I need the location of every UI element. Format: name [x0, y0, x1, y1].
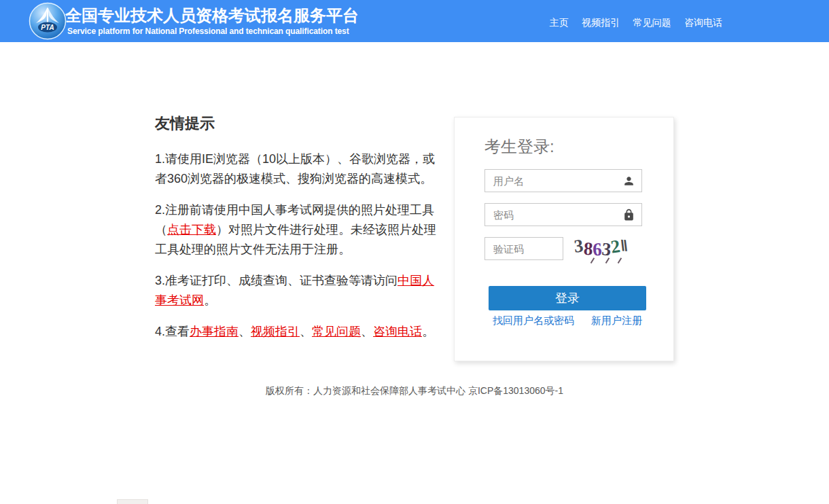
password-field-wrap [484, 203, 642, 226]
tip-item-1: 1.请使用IE浏览器（10以上版本）、谷歌浏览器，或者360浏览器的极速模式、搜… [155, 149, 443, 189]
password-input[interactable] [485, 204, 641, 226]
tip-4-sep-3: 、 [361, 325, 373, 338]
tip-4-text-b: 。 [422, 325, 434, 338]
pta-logo-icon: PTA [29, 2, 67, 40]
lock-icon [622, 209, 635, 221]
forgot-credentials-link[interactable]: 找回用户名或密码 [493, 314, 574, 327]
tip-4-text-a: 4.查看 [155, 325, 190, 338]
tip-4-sep-2: 、 [300, 325, 312, 338]
captcha-image[interactable]: 38632\\ [574, 234, 649, 264]
tip-3-text-a: 3.准考证打印、成绩查询、证书查验等请访问 [155, 274, 398, 287]
tips-section: 友情提示 1.请使用IE浏览器（10以上版本）、谷歌浏览器，或者360浏览器的极… [155, 113, 443, 353]
tip-item-3: 3.准考证打印、成绩查询、证书查验等请访问中国人事考试网。 [155, 271, 443, 310]
tip-1-text: 1.请使用IE浏览器（10以上版本）、谷歌浏览器，或者360浏览器的极速模式、搜… [155, 152, 435, 185]
tip-item-4: 4.查看办事指南、视频指引、常见问题、咨询电话。 [155, 322, 443, 342]
captcha-noise-tick [618, 257, 622, 263]
nav-phone[interactable]: 咨询电话 [684, 17, 722, 28]
register-link[interactable]: 新用户注册 [591, 314, 642, 327]
site-subtitle: Service platform for National Profession… [67, 26, 349, 36]
tip-3-text-b: 。 [204, 293, 216, 307]
username-field-wrap [484, 169, 642, 192]
footer: 版权所有：人力资源和社会保障部人事考试中心 京ICP备13013060号-1 [0, 385, 829, 397]
video-guide-link[interactable]: 视频指引 [251, 325, 300, 338]
login-links-row: 找回用户名或密码 新用户注册 [493, 314, 642, 327]
phone-link[interactable]: 咨询电话 [373, 325, 422, 338]
header-nav: 主页 视频指引 常见问题 咨询电话 [550, 16, 722, 29]
captcha-field-wrap [484, 237, 563, 260]
login-title: 考生登录: [484, 136, 554, 158]
partial-element-bottom [117, 499, 148, 504]
captcha-digit: 2 [610, 234, 622, 259]
copyright-text: 版权所有：人力资源和社会保障部人事考试中心 京ICP备13013060号-1 [266, 385, 563, 396]
tips-title: 友情提示 [155, 113, 443, 134]
captcha-digit: 8 [583, 237, 593, 261]
user-icon [622, 175, 635, 187]
site-title: 全国专业技术人员资格考试报名服务平台 [65, 5, 359, 26]
tip-item-2: 2.注册前请使用中国人事考试网提供的照片处理工具（点击下载）对照片文件进行处理。… [155, 200, 443, 259]
captcha-input[interactable] [485, 238, 563, 259]
guide-link[interactable]: 办事指南 [190, 325, 239, 338]
nav-faq[interactable]: 常见问题 [633, 17, 671, 28]
header: PTA 全国专业技术人员资格考试报名服务平台 Service platform … [0, 0, 829, 42]
username-input[interactable] [485, 170, 641, 192]
nav-video-guide[interactable]: 视频指引 [582, 17, 620, 28]
download-tool-link[interactable]: 点击下载 [167, 223, 216, 236]
login-panel: 考生登录: 38632\\ 登录 找回用户名或密码 新用户注册 [454, 117, 674, 361]
login-button[interactable]: 登录 [489, 286, 646, 310]
nav-home[interactable]: 主页 [550, 17, 569, 28]
faq-link[interactable]: 常见问题 [312, 325, 361, 338]
captcha-noise-strokes: \\ [620, 237, 627, 255]
tip-4-sep-1: 、 [239, 325, 251, 338]
logo-text: PTA [41, 24, 54, 31]
